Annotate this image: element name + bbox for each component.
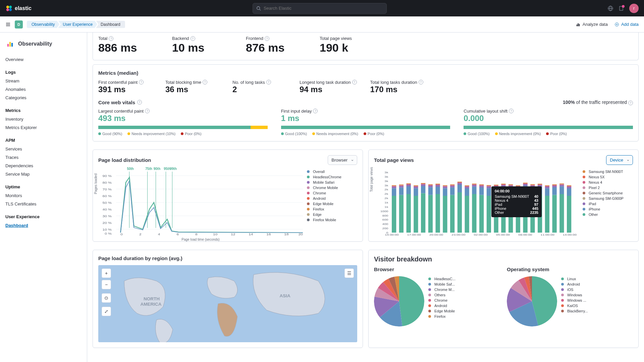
legend-item[interactable]: Chrome Mobile bbox=[307, 185, 357, 190]
svg-text:ASIA: ASIA bbox=[279, 293, 290, 298]
legend-item[interactable]: iOS bbox=[561, 287, 611, 292]
legend-item[interactable]: Mobile Saf... bbox=[428, 282, 479, 287]
nav-item-monitors[interactable]: Monitors bbox=[5, 191, 82, 200]
nav-item-anomalies[interactable]: Anomalies bbox=[5, 85, 82, 94]
svg-point-4 bbox=[257, 6, 260, 9]
visitor-title: Visitor breakdown bbox=[374, 255, 633, 263]
help-icon[interactable]: ? bbox=[145, 109, 150, 113]
browser-pie-chart[interactable] bbox=[374, 276, 424, 326]
legend-item[interactable]: Chrome bbox=[307, 190, 357, 196]
legend-item[interactable]: Firefox Mobile bbox=[307, 217, 357, 223]
zoom-out-button[interactable]: − bbox=[102, 280, 111, 289]
globe-icon[interactable] bbox=[608, 6, 613, 11]
legend-item[interactable]: Nexus 4 bbox=[583, 180, 633, 185]
breadcrumb-user-experience[interactable]: User Experience bbox=[58, 21, 97, 28]
nav-item-metrics-explorer[interactable]: Metrics Explorer bbox=[5, 123, 82, 132]
legend-item[interactable]: BlackBerry... bbox=[561, 308, 611, 314]
svg-rect-130 bbox=[508, 185, 513, 185]
nav-item-dependencies[interactable]: Dependencies bbox=[5, 162, 82, 170]
user-avatar[interactable]: r bbox=[629, 4, 639, 13]
nav-item-categories[interactable]: Categories bbox=[5, 94, 82, 102]
legend-item[interactable]: iPad bbox=[583, 201, 633, 206]
svg-rect-168 bbox=[567, 188, 571, 196]
legend-item[interactable]: Android bbox=[561, 282, 611, 287]
menu-toggle-icon[interactable] bbox=[5, 22, 11, 27]
legend-item[interactable]: Chrome M... bbox=[428, 287, 479, 292]
search-container bbox=[32, 3, 608, 14]
svg-rect-106 bbox=[472, 183, 476, 184]
total-page-views-chart[interactable]: Total page views 020040060080010001k1k2k… bbox=[374, 169, 579, 236]
global-search[interactable] bbox=[253, 3, 387, 14]
help-icon[interactable]: ? bbox=[203, 80, 207, 84]
map-layers-button[interactable]: ☰ bbox=[344, 268, 354, 278]
zoom-in-button[interactable]: + bbox=[102, 268, 111, 278]
legend-item[interactable]: Edge Mobile bbox=[428, 308, 479, 314]
nav-item-inventory[interactable]: Inventory bbox=[5, 115, 82, 123]
legend-item[interactable]: Overall bbox=[307, 169, 357, 174]
legend-item[interactable]: Firefox bbox=[428, 314, 479, 319]
search-input[interactable] bbox=[264, 6, 383, 11]
legend-item[interactable]: Others bbox=[428, 292, 479, 298]
nav-item-dashboard[interactable]: Dashboard bbox=[5, 221, 82, 230]
legend-item[interactable]: HeadlessChrome bbox=[307, 174, 357, 180]
help-icon[interactable]: ? bbox=[137, 100, 142, 105]
svg-rect-151 bbox=[538, 184, 542, 184]
nav-item-traces[interactable]: Traces bbox=[5, 153, 82, 162]
help-icon[interactable]: ? bbox=[109, 36, 113, 41]
browser-select[interactable]: Browser bbox=[328, 155, 357, 165]
page-load-dist-chart[interactable]: Pages loaded 90 % 80 % 70 % 60 % 50 % 40… bbox=[98, 169, 303, 236]
svg-text:40 %: 40 % bbox=[103, 207, 112, 211]
svg-text:14: 14 bbox=[249, 232, 253, 236]
legend-item[interactable]: Edge bbox=[307, 212, 357, 217]
nav-item-services[interactable]: Services bbox=[5, 145, 82, 153]
app-badge[interactable]: D bbox=[15, 20, 23, 28]
svg-rect-163 bbox=[559, 186, 564, 194]
legend-item[interactable]: Linux bbox=[561, 276, 611, 282]
nav-item-service-map[interactable]: Service Map bbox=[5, 170, 82, 178]
legend-item[interactable]: Samsung SM-N900T bbox=[583, 169, 633, 174]
legend-item[interactable]: Nexus 5X bbox=[583, 174, 633, 180]
legend-item[interactable]: Other bbox=[583, 212, 633, 217]
legend-item[interactable]: Pixel 2 bbox=[583, 185, 633, 190]
os-pie-chart[interactable] bbox=[507, 276, 557, 326]
breadcrumb-observability[interactable]: Observability bbox=[27, 21, 59, 28]
help-icon[interactable]: ? bbox=[266, 80, 271, 84]
help-icon[interactable]: ? bbox=[628, 101, 633, 105]
news-icon[interactable] bbox=[619, 6, 624, 11]
legend-item[interactable]: Android bbox=[428, 303, 479, 308]
legend-item[interactable]: Samsung SM-G900P bbox=[583, 196, 633, 201]
help-icon[interactable]: ? bbox=[419, 80, 423, 84]
locate-button[interactable]: ⊙ bbox=[102, 293, 111, 303]
svg-text:05:00:00: 05:00:00 bbox=[496, 233, 510, 236]
help-icon[interactable]: ? bbox=[313, 109, 318, 113]
help-icon[interactable]: ? bbox=[139, 80, 144, 84]
legend-item[interactable]: Generic Smartphone bbox=[583, 190, 633, 196]
help-icon[interactable]: ? bbox=[265, 36, 269, 41]
help-icon[interactable]: ? bbox=[191, 36, 195, 41]
legend-item[interactable]: iPhone bbox=[583, 206, 633, 212]
brand-logo[interactable]: elastic bbox=[5, 5, 32, 12]
help-icon[interactable]: ? bbox=[352, 80, 357, 84]
legend-item[interactable]: Windows bbox=[561, 292, 611, 298]
nav-overview[interactable]: Overview bbox=[5, 55, 82, 64]
add-data-link[interactable]: Add data bbox=[614, 22, 639, 27]
analyze-data-link[interactable]: Analyze data bbox=[576, 22, 608, 27]
svg-rect-115 bbox=[487, 186, 491, 186]
nav-item-tls-certificates[interactable]: TLS Certificates bbox=[5, 200, 82, 208]
legend-item[interactable]: Mobile Safari bbox=[307, 180, 357, 185]
legend-item[interactable]: Windows ... bbox=[561, 298, 611, 303]
legend-item[interactable]: Chrome bbox=[428, 298, 479, 303]
expand-button[interactable]: ⤢ bbox=[102, 307, 111, 316]
nav-item-stream[interactable]: Stream bbox=[5, 77, 82, 85]
svg-text:11:00:00: 11:00:00 bbox=[541, 233, 554, 236]
world-map[interactable]: NORTH AMERICA ASIA + − ⊙ ⤢ ☰ bbox=[98, 265, 357, 342]
news-badge bbox=[622, 5, 625, 8]
legend-item[interactable]: Edge Mobile bbox=[307, 201, 357, 206]
legend-item[interactable]: Android bbox=[307, 196, 357, 201]
svg-rect-13 bbox=[578, 23, 579, 26]
legend-item[interactable]: Firefox bbox=[307, 206, 357, 212]
device-select[interactable]: Device bbox=[606, 155, 633, 165]
legend-item[interactable]: KaiOS bbox=[561, 303, 611, 308]
help-icon[interactable]: ? bbox=[509, 109, 514, 113]
legend-item[interactable]: HeadlessC... bbox=[428, 276, 479, 282]
